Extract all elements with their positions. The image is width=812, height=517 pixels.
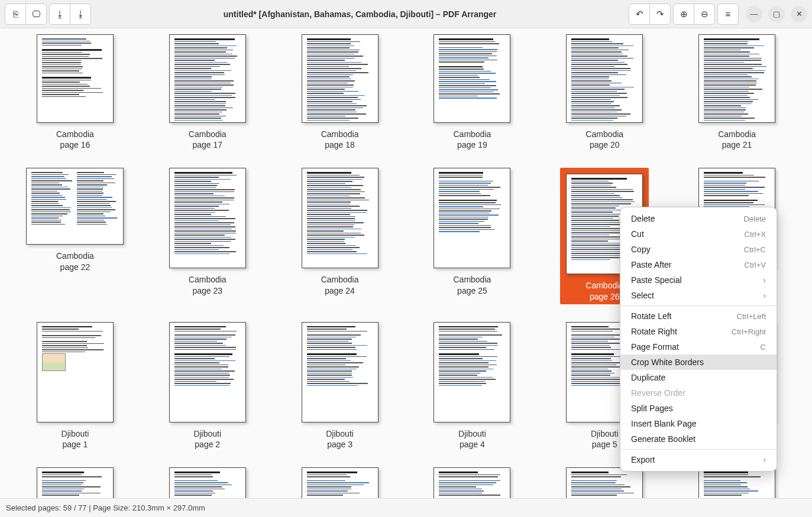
page-thumbnail[interactable]: Cambodiapage 23 bbox=[156, 168, 259, 304]
page-thumbnail[interactable]: Cambodiapage 16 bbox=[24, 34, 127, 150]
page-preview[interactable] bbox=[698, 467, 775, 498]
zoom-in-button[interactable]: ⊕ bbox=[673, 4, 694, 25]
menu-item-label: Delete bbox=[631, 214, 655, 223]
menu-item-label: Copy bbox=[631, 245, 651, 254]
menu-item-label: Generate Booklet bbox=[631, 434, 695, 444]
zoom-out-button[interactable]: ⊖ bbox=[694, 4, 715, 25]
page-thumbnail[interactable]: Cambodiapage 17 bbox=[156, 34, 259, 150]
hamburger-menu-button[interactable]: ≡ bbox=[717, 4, 739, 25]
page-preview[interactable] bbox=[169, 322, 246, 422]
menu-item-duplicate[interactable]: Duplicate bbox=[620, 370, 777, 385]
page-preview[interactable] bbox=[302, 322, 378, 422]
menu-item-copy[interactable]: CopyCtrl+C bbox=[620, 242, 777, 257]
page-thumbnail[interactable]: Djiboutipage 2 bbox=[156, 322, 259, 450]
page-thumbnail[interactable]: Cambodiapage 25 bbox=[420, 168, 523, 304]
menu-item-rotate-left[interactable]: Rotate LeftCtrl+Left bbox=[620, 308, 777, 324]
menu-item-label: Page Format bbox=[631, 342, 679, 352]
page-thumbnail[interactable]: Djiboutipage 4 bbox=[420, 322, 523, 450]
page-label: Djiboutipage 4 bbox=[458, 428, 486, 450]
page-label: Djiboutipage 3 bbox=[326, 428, 354, 450]
page-preview[interactable] bbox=[169, 34, 246, 123]
menu-shortcut: Ctrl+V bbox=[745, 261, 766, 269]
page-thumbnail[interactable]: Djiboutipage 10 bbox=[420, 467, 523, 498]
page-preview[interactable] bbox=[434, 34, 510, 123]
page-thumbnail[interactable]: Cambodiapage 21 bbox=[685, 34, 788, 150]
page-thumbnail[interactable]: Cambodiapage 22 bbox=[24, 168, 127, 304]
menu-item-generate-booklet[interactable]: Generate Booklet bbox=[620, 431, 777, 447]
page-preview[interactable] bbox=[302, 467, 378, 498]
page-thumbnail[interactable]: Djiboutipage 12 bbox=[685, 467, 788, 498]
menu-item-paste-after[interactable]: Paste AfterCtrl+V bbox=[620, 257, 777, 272]
menu-item-label: Export bbox=[631, 455, 655, 464]
page-preview[interactable] bbox=[566, 467, 643, 498]
chevron-right-icon: › bbox=[763, 275, 766, 285]
page-label: Cambodiapage 21 bbox=[718, 129, 756, 150]
undo-button[interactable]: ↶ bbox=[629, 4, 650, 25]
import-button[interactable]: 🖵 bbox=[25, 4, 47, 25]
menu-item-label: Reverse Order bbox=[631, 388, 685, 398]
page-label: Cambodiapage 17 bbox=[189, 129, 227, 150]
page-preview[interactable] bbox=[37, 34, 114, 123]
menu-item-paste-special[interactable]: Paste Special› bbox=[620, 272, 777, 288]
page-preview[interactable] bbox=[169, 168, 246, 268]
menu-item-export[interactable]: Export› bbox=[620, 452, 777, 467]
page-thumbnail[interactable]: Cambodiapage 18 bbox=[289, 34, 392, 150]
page-preview[interactable] bbox=[169, 467, 246, 498]
menu-item-insert-blank-page[interactable]: Insert Blank Page bbox=[620, 416, 777, 431]
page-label: Cambodiapage 16 bbox=[56, 129, 94, 150]
status-bar: Selected pages: 59 / 77 | Page Size: 210… bbox=[0, 498, 812, 517]
menu-item-label: Paste Special bbox=[631, 275, 682, 285]
page-preview[interactable] bbox=[37, 467, 114, 498]
menu-shortcut: Delete bbox=[743, 214, 766, 223]
page-preview[interactable] bbox=[302, 34, 378, 123]
page-thumbnail[interactable]: Cambodiapage 19 bbox=[420, 34, 523, 150]
menu-item-select[interactable]: Select› bbox=[620, 288, 777, 303]
page-thumbnail[interactable]: Djiboutipage 8 bbox=[156, 467, 259, 498]
menu-shortcut: Ctrl+Right bbox=[732, 327, 766, 336]
menu-item-label: Cut bbox=[631, 229, 644, 239]
menu-item-reverse-order: Reverse Order bbox=[620, 385, 777, 401]
menu-shortcut: Ctrl+C bbox=[744, 245, 766, 254]
page-preview[interactable] bbox=[434, 168, 510, 268]
menu-item-page-format[interactable]: Page FormatC bbox=[620, 339, 777, 355]
page-label: Cambodiapage 23 bbox=[189, 274, 227, 295]
open-button[interactable]: ⎘ bbox=[5, 4, 26, 25]
close-button[interactable]: ✕ bbox=[791, 6, 807, 22]
menu-item-crop-white-borders[interactable]: Crop White Borders bbox=[620, 355, 777, 370]
page-label: Cambodiapage 19 bbox=[453, 129, 491, 150]
page-thumbnail[interactable]: Djiboutipage 11 bbox=[553, 467, 656, 498]
save-button[interactable]: ⭳ bbox=[49, 4, 70, 25]
menu-item-label: Select bbox=[631, 291, 654, 300]
menu-item-cut[interactable]: CutCtrl+X bbox=[620, 226, 777, 242]
page-label: Djiboutipage 2 bbox=[193, 428, 221, 450]
titlebar: ⎘ 🖵 ⭳ ⭳ untitled* [Afghanistan, Bahamas,… bbox=[0, 0, 812, 28]
page-preview[interactable] bbox=[434, 467, 510, 498]
maximize-button[interactable]: ▢ bbox=[768, 6, 785, 22]
page-preview[interactable] bbox=[26, 168, 124, 245]
page-preview[interactable] bbox=[698, 34, 775, 123]
minimize-button[interactable]: — bbox=[746, 6, 762, 22]
context-menu: DeleteDeleteCutCtrl+XCopyCtrl+CPaste Aft… bbox=[620, 207, 777, 472]
page-preview[interactable] bbox=[434, 322, 510, 422]
menu-shortcut: C bbox=[761, 343, 766, 352]
save-as-button[interactable]: ⭳ bbox=[70, 4, 91, 25]
page-thumbnail[interactable]: Cambodiapage 24 bbox=[289, 168, 392, 304]
chevron-right-icon: › bbox=[763, 455, 766, 464]
menu-item-label: Insert Blank Page bbox=[631, 419, 697, 428]
menu-item-label: Rotate Right bbox=[631, 327, 677, 336]
redo-button[interactable]: ↷ bbox=[649, 4, 671, 25]
page-label: Cambodiapage 25 bbox=[453, 274, 491, 295]
page-preview[interactable] bbox=[302, 168, 378, 268]
menu-item-split-pages[interactable]: Split Pages bbox=[620, 401, 777, 416]
menu-item-rotate-right[interactable]: Rotate RightCtrl+Right bbox=[620, 324, 777, 339]
page-thumbnail[interactable]: Djiboutipage 3 bbox=[289, 322, 392, 450]
menu-item-delete[interactable]: DeleteDelete bbox=[620, 211, 777, 226]
page-thumbnail[interactable]: Djiboutipage 1 bbox=[24, 322, 127, 450]
page-thumbnail[interactable]: Djiboutipage 9 bbox=[289, 467, 392, 498]
page-thumbnail[interactable]: Djiboutipage 7 bbox=[24, 467, 127, 498]
page-thumbnail[interactable]: Cambodiapage 20 bbox=[553, 34, 656, 150]
page-preview[interactable] bbox=[566, 34, 643, 123]
window-title: untitled* [Afghanistan, Bahamas, Cambodi… bbox=[93, 9, 626, 19]
page-label: Djiboutipage 5 bbox=[591, 428, 619, 450]
page-preview[interactable] bbox=[37, 322, 114, 422]
